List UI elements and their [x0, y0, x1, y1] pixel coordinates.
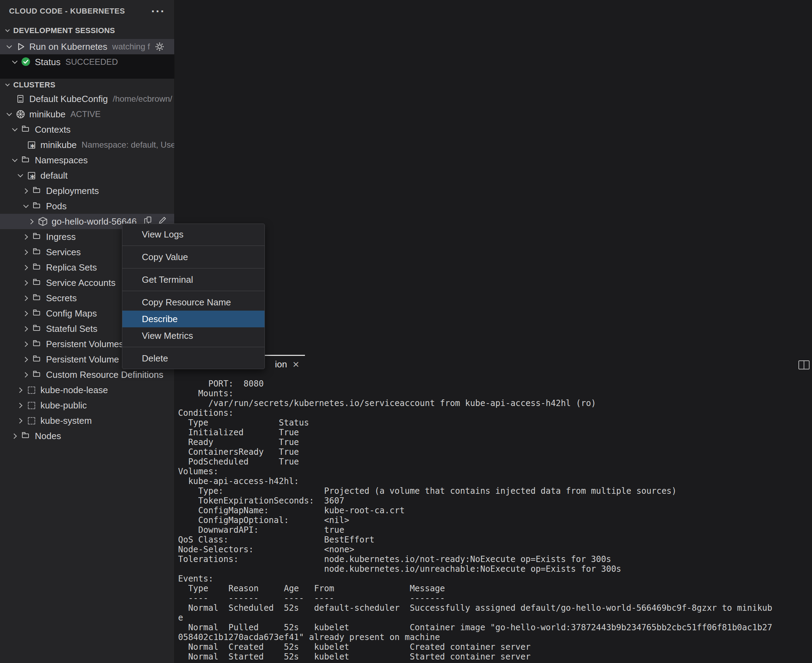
chevron-down-icon[interactable]	[10, 122, 19, 137]
menu-item-copy-value[interactable]: Copy Value	[122, 249, 264, 265]
chevron-spacer	[15, 137, 25, 152]
tree-item-label: Persistent Volumes	[46, 339, 124, 349]
panel-tab[interactable]: ion ×	[275, 359, 299, 370]
tree-item-label: kube-public	[41, 400, 87, 411]
star-square-icon	[26, 137, 37, 152]
star-square-icon	[26, 168, 37, 183]
chevron-right-icon[interactable]	[21, 244, 31, 260]
chevron-down-icon[interactable]	[4, 107, 14, 122]
chevron-down-icon[interactable]	[15, 168, 25, 183]
tree-item-label: Contexts	[35, 125, 71, 135]
section-header-label: DEVELOPMENT SESSIONS	[13, 26, 115, 35]
file-icon	[15, 91, 26, 107]
menu-item-describe[interactable]: Describe	[122, 310, 264, 327]
sidebar-title: CLOUD CODE - KUBERNETES	[9, 6, 125, 16]
success-check-icon	[21, 54, 31, 70]
menu-item-delete[interactable]: Delete	[122, 350, 264, 367]
tree-item-label: Secrets	[46, 293, 77, 304]
tree-item-minikube-cluster[interactable]: minikube ACTIVE	[0, 107, 174, 122]
tree-item-default-namespace[interactable]: default	[0, 168, 174, 183]
tree-item-description: watching f	[112, 42, 150, 52]
chevron-right-icon[interactable]	[15, 413, 25, 428]
section-development-sessions[interactable]: DEVELOPMENT SESSIONS	[0, 22, 174, 39]
sidebar-title-bar: CLOUD CODE - KUBERNETES	[0, 0, 174, 22]
folder-icon	[32, 336, 42, 352]
folder-icon	[32, 367, 42, 382]
tree-item-status[interactable]: Status SUCCEEDED	[0, 54, 174, 70]
folder-icon	[32, 275, 42, 290]
tree-item-label: Persistent Volume	[46, 354, 119, 365]
chevron-right-icon[interactable]	[21, 352, 31, 367]
tree-item-label: default	[41, 170, 68, 181]
chevron-down-icon	[3, 23, 11, 38]
editor-area: ion × PORT: 8080 Mounts: /var/run/secret…	[175, 0, 812, 663]
tree-item-label: Namespaces	[35, 155, 88, 166]
tree-item-default-kubeconfig[interactable]: Default KubeConfig /home/ecbrown/	[0, 91, 174, 107]
chevron-right-icon[interactable]	[15, 382, 25, 398]
menu-item-view-logs[interactable]: View Logs	[122, 226, 264, 243]
tree-item-kube-system[interactable]: kube-system	[0, 413, 174, 428]
tree-item-custom-resource-definitions[interactable]: Custom Resource Definitions	[0, 367, 174, 382]
split-editor-icon[interactable]	[798, 361, 810, 369]
chevron-down-icon[interactable]	[4, 39, 14, 54]
tree-item-label: minikube	[41, 140, 77, 150]
dashed-square-icon	[26, 382, 37, 398]
chevron-right-icon[interactable]	[21, 260, 31, 275]
chevron-right-icon[interactable]	[21, 275, 31, 290]
chevron-right-icon[interactable]	[21, 367, 31, 382]
tree-item-label: Nodes	[35, 431, 61, 441]
chevron-right-icon[interactable]	[26, 214, 36, 229]
tree-item-description: Namespace: default, Use	[81, 140, 174, 150]
folder-icon	[32, 183, 42, 199]
chevron-spacer	[4, 91, 14, 107]
chevron-down-icon[interactable]	[10, 152, 19, 168]
chevron-down-icon[interactable]	[10, 54, 19, 70]
folder-icon	[32, 199, 42, 214]
tree-item-pods[interactable]: Pods	[0, 199, 174, 214]
more-actions-icon[interactable]	[151, 5, 165, 18]
folder-icon	[32, 260, 42, 275]
chevron-down-icon[interactable]	[21, 199, 31, 214]
tree-item-label: Status	[35, 57, 61, 68]
panel-tab-label: ion	[275, 359, 287, 370]
chevron-right-icon[interactable]	[21, 229, 31, 244]
chevron-right-icon[interactable]	[21, 290, 31, 306]
tree-item-run-on-kubernetes[interactable]: Run on Kubernetes watching f	[0, 39, 174, 54]
chevron-right-icon[interactable]	[21, 321, 31, 336]
tree-item-kube-node-lease[interactable]: kube-node-lease	[0, 382, 174, 398]
chevron-right-icon[interactable]	[10, 428, 19, 444]
menu-separator	[122, 347, 264, 347]
tree-item-label: Run on Kubernetes	[29, 41, 107, 52]
dashed-square-icon	[26, 413, 37, 428]
pod-cube-icon	[37, 214, 48, 229]
tree-item-label: Service Accounts	[46, 278, 115, 288]
chevron-right-icon[interactable]	[21, 183, 31, 199]
menu-item-view-metrics[interactable]: View Metrics	[122, 327, 264, 344]
folder-icon	[32, 306, 42, 321]
tree-item-deployments[interactable]: Deployments	[0, 183, 174, 199]
close-icon[interactable]: ×	[293, 359, 299, 370]
tree-item-kube-public[interactable]: kube-public	[0, 398, 174, 413]
tree-item-label: Services	[46, 247, 81, 258]
tree-item-namespaces[interactable]: Namespaces	[0, 152, 174, 168]
menu-separator	[122, 246, 264, 246]
describe-output: PORT: 8080 Mounts: /var/run/secrets/kube…	[178, 379, 772, 661]
tree-item-contexts[interactable]: Contexts	[0, 122, 174, 137]
tree-item-label: kube-node-lease	[41, 385, 108, 396]
folder-icon	[32, 290, 42, 306]
tree-item-nodes[interactable]: Nodes	[0, 428, 174, 444]
run-session-icon	[15, 39, 26, 54]
folder-icon	[21, 428, 31, 444]
tree-item-minikube-context[interactable]: minikube Namespace: default, Use	[0, 137, 174, 152]
menu-item-get-terminal[interactable]: Get Terminal	[122, 271, 264, 288]
chevron-right-icon[interactable]	[21, 306, 31, 321]
gear-icon[interactable]	[155, 42, 164, 54]
section-clusters[interactable]: CLUSTERS	[0, 79, 174, 91]
tree-item-label: Stateful Sets	[46, 323, 97, 334]
chevron-right-icon[interactable]	[15, 398, 25, 413]
menu-item-copy-resource-name[interactable]: Copy Resource Name	[122, 294, 264, 310]
tree-item-label: Replica Sets	[46, 262, 97, 273]
chevron-right-icon[interactable]	[21, 336, 31, 352]
tree-item-label: Custom Resource Definitions	[46, 369, 164, 380]
folder-icon	[32, 352, 42, 367]
